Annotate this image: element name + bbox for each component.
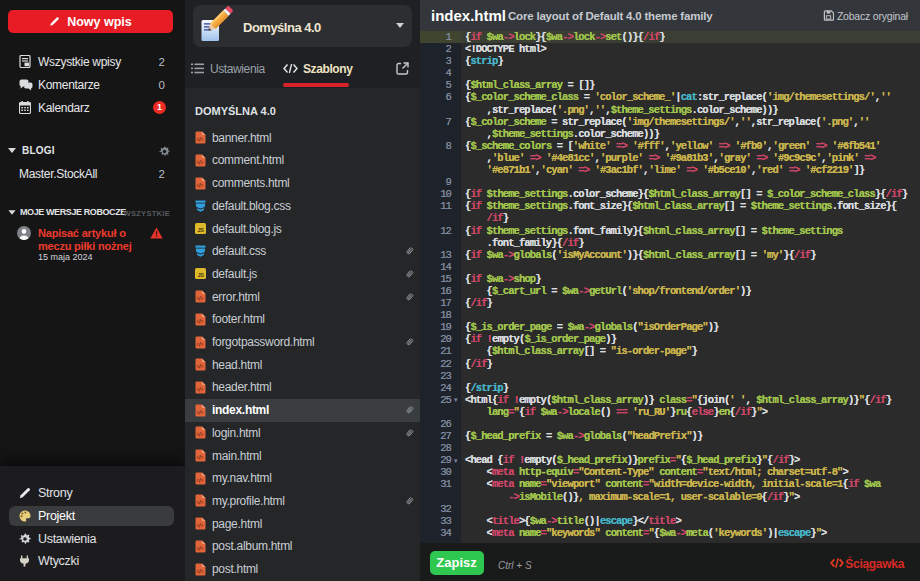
svg-text:JS: JS xyxy=(197,272,204,278)
svg-text:JS: JS xyxy=(197,227,204,233)
